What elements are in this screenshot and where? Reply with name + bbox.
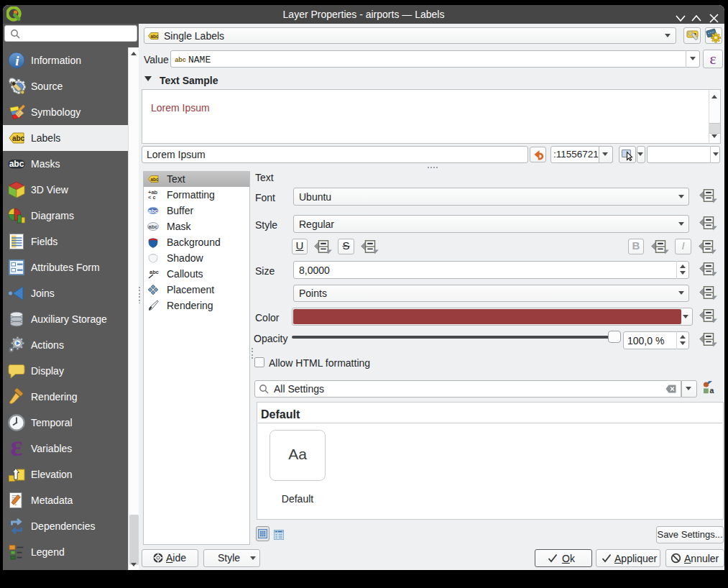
svg-text:abc: abc — [150, 34, 159, 39]
svg-text:a: a — [710, 386, 714, 394]
svg-text:ε: ε — [709, 50, 716, 68]
svg-text:abc: abc — [149, 269, 159, 275]
svg-text:abc: abc — [149, 224, 158, 230]
svg-text:< c: < c — [148, 194, 156, 201]
svg-text:abc: abc — [149, 208, 158, 214]
svg-text:abc: abc — [175, 56, 186, 63]
svg-text:abc: abc — [150, 177, 159, 182]
